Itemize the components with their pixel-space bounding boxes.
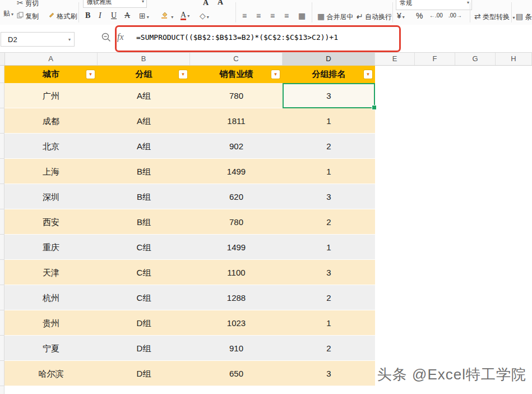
- cell-A2[interactable]: 广州: [4, 83, 98, 108]
- wrap-text-button[interactable]: ↵ 自动换行: [357, 12, 392, 22]
- cell-A4[interactable]: 北京: [4, 134, 98, 159]
- cell-A3[interactable]: 成都: [4, 108, 98, 134]
- cell-B13[interactable]: D组: [98, 361, 190, 386]
- cell-D8[interactable]: 1: [283, 235, 375, 260]
- chevron-down-icon: ▾: [467, 0, 469, 8]
- cell-A9[interactable]: 天津: [4, 260, 98, 285]
- justify-button[interactable]: ≡: [284, 11, 289, 20]
- cell-D6[interactable]: 3: [283, 184, 375, 209]
- cell-A8[interactable]: 重庆: [4, 235, 98, 260]
- merge-center-button[interactable]: ▦ 合并居中 ▾: [317, 12, 359, 22]
- cell-D4[interactable]: 2: [283, 134, 375, 159]
- cut-button[interactable]: ✂ 剪切: [17, 0, 39, 8]
- cell-C10[interactable]: 1288: [190, 285, 283, 310]
- cell-C11[interactable]: 1023: [190, 310, 283, 336]
- increase-decimal-button[interactable]: ←.00: [429, 12, 443, 19]
- cell-B11[interactable]: D组: [98, 310, 190, 336]
- cell-C9[interactable]: 1100: [190, 260, 283, 285]
- chevron-down-icon: ▾: [68, 33, 71, 47]
- cell-D7[interactable]: 2: [283, 209, 375, 235]
- formula-input[interactable]: =SUMPRODUCT(($B$2:$B$13=B2)*($C$2:$C$13>…: [136, 33, 338, 42]
- cell-A13[interactable]: 哈尔滨: [4, 361, 98, 386]
- number-format-select[interactable]: 常规 ▾: [396, 0, 472, 10]
- cell-B7[interactable]: B组: [98, 209, 190, 235]
- cell-B12[interactable]: D组: [98, 336, 190, 361]
- cell-C2[interactable]: 780: [190, 83, 283, 108]
- bold-button[interactable]: B: [85, 11, 90, 20]
- font-name-select[interactable]: 微软雅黑 ▾: [83, 0, 147, 8]
- cell-C3[interactable]: 1811: [190, 108, 283, 134]
- borders-button[interactable]: ⊞▾: [139, 11, 149, 20]
- column-header-D[interactable]: D: [283, 53, 375, 65]
- column-header-G[interactable]: G: [455, 53, 496, 65]
- font-color-button[interactable]: A▾: [181, 11, 189, 20]
- cell-A11[interactable]: 贵州: [4, 310, 98, 336]
- row-header-strip[interactable]: [0, 66, 4, 394]
- filter-icon[interactable]: ▾: [179, 70, 187, 79]
- cell-D9[interactable]: 3: [283, 260, 375, 285]
- shading-button[interactable]: ◇▾: [200, 11, 209, 20]
- cell-B9[interactable]: C组: [98, 260, 190, 285]
- cell-B4[interactable]: A组: [98, 134, 190, 159]
- cell-C8[interactable]: 1499: [190, 235, 283, 260]
- percent-format-button[interactable]: %: [416, 11, 423, 20]
- align-center-icon: ≡: [256, 11, 261, 20]
- cell-A10[interactable]: 杭州: [4, 285, 98, 310]
- cell-B8[interactable]: C组: [98, 235, 190, 260]
- column-header-row: ABCDEFGH: [0, 52, 532, 66]
- currency-format-button[interactable]: ¥▾: [397, 11, 405, 20]
- cell-C12[interactable]: 910: [190, 336, 283, 361]
- paste-button[interactable]: 贴▾: [3, 9, 13, 19]
- cell-C6[interactable]: 620: [190, 184, 283, 209]
- merge-style-button[interactable]: ▦: [298, 11, 306, 20]
- cell-D5[interactable]: 1: [283, 159, 375, 184]
- cell-A6[interactable]: 深圳: [4, 184, 98, 209]
- column-header-C[interactable]: C: [190, 53, 283, 65]
- cell-A7[interactable]: 西安: [4, 209, 98, 235]
- column-header-F[interactable]: F: [415, 53, 455, 65]
- cell-B5[interactable]: B组: [98, 159, 190, 184]
- align-right-button[interactable]: ≡: [270, 11, 275, 20]
- fx-icon[interactable]: fx: [117, 32, 124, 42]
- align-center-button[interactable]: ≡: [256, 11, 261, 20]
- filter-icon[interactable]: ▾: [86, 70, 95, 79]
- cell-A12[interactable]: 宁夏: [4, 336, 98, 361]
- cell-B10[interactable]: C组: [98, 285, 190, 310]
- cell-D11[interactable]: 1: [283, 310, 375, 336]
- column-header-B[interactable]: B: [98, 53, 190, 65]
- conditional-format-button[interactable]: ▤ 条件格式: [516, 12, 532, 22]
- zoom-out-icon[interactable]: [101, 32, 112, 45]
- strikethrough-button[interactable]: A: [124, 11, 130, 20]
- fill-handle[interactable]: [372, 105, 377, 110]
- decrease-decimal-button[interactable]: .00→: [448, 12, 462, 19]
- filter-icon[interactable]: ▾: [271, 70, 280, 79]
- underline-button[interactable]: U: [111, 11, 117, 20]
- cell-B3[interactable]: A组: [98, 108, 190, 134]
- cell-B6[interactable]: B组: [98, 184, 190, 209]
- cell-C13[interactable]: 650: [190, 361, 283, 386]
- copy-button[interactable]: 复制: [17, 12, 39, 21]
- column-header-A[interactable]: A: [4, 53, 98, 65]
- cell-C5[interactable]: 1499: [190, 159, 283, 184]
- fill-color-button[interactable]: ▾: [160, 11, 173, 20]
- cell-C4[interactable]: 902: [190, 134, 283, 159]
- cell-D3[interactable]: 1: [283, 108, 375, 134]
- format-painter-button[interactable]: 格式刷: [48, 12, 77, 21]
- cell-D2[interactable]: 3: [283, 83, 375, 108]
- column-header-E[interactable]: E: [375, 53, 415, 65]
- align-left-button[interactable]: ≡: [242, 11, 247, 20]
- table-header-row: 城市▾分组▾销售业绩▾分组排名▾: [4, 66, 375, 83]
- font-size-down-button[interactable]: A: [218, 0, 223, 7]
- italic-button[interactable]: I: [99, 11, 101, 20]
- column-header-H[interactable]: H: [496, 53, 532, 65]
- cell-D10[interactable]: 2: [283, 285, 375, 310]
- cell-name-box[interactable]: D2 ▾: [1, 32, 75, 47]
- cell-A5[interactable]: 上海: [4, 159, 98, 184]
- font-size-up-button[interactable]: A: [203, 0, 209, 7]
- cell-D12[interactable]: 2: [283, 336, 375, 361]
- cell-C7[interactable]: 780: [190, 209, 283, 235]
- cell-B2[interactable]: A组: [98, 83, 190, 108]
- type-convert-button[interactable]: ⇄ 类型转换 ▾: [474, 12, 515, 22]
- filter-icon[interactable]: ▾: [364, 70, 372, 79]
- cell-D13[interactable]: 3: [283, 361, 375, 386]
